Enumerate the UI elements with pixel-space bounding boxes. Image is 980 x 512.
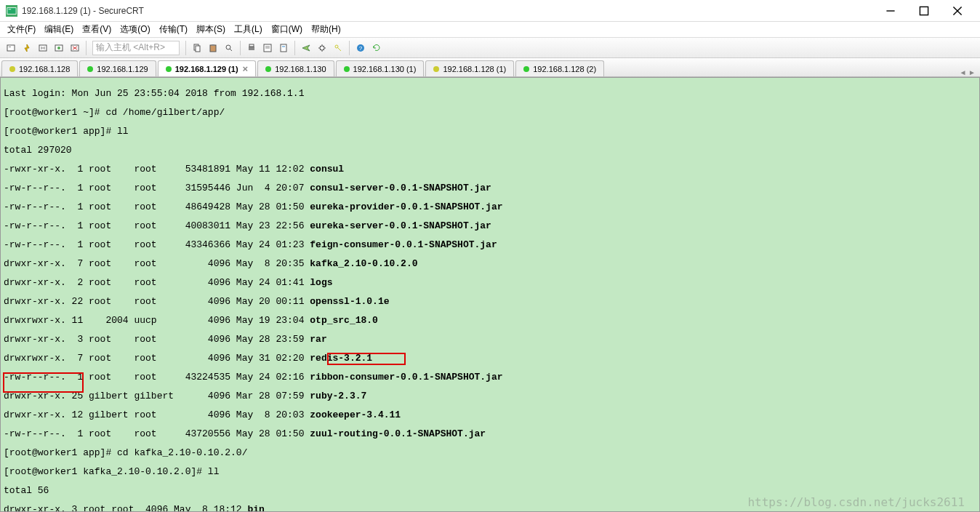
settings-icon[interactable] <box>315 41 329 55</box>
svg-rect-20 <box>249 47 254 50</box>
terminal-output[interactable]: Last login: Mon Jun 25 23:55:04 2018 fro… <box>0 77 980 512</box>
refresh-icon[interactable] <box>369 41 384 55</box>
term-line: -rw-r--r--. 1 root root 43720556 May 28 … <box>4 428 486 439</box>
tab-scroll-arrows[interactable]: ◄ ► <box>956 68 979 76</box>
menu-file[interactable]: 文件(F) <box>4 22 39 37</box>
term-line: [root@worker1 kafka_2.10-0.10.2.0]# ll <box>4 466 219 477</box>
menu-bar: 文件(F) 编辑(E) 查看(V) 选项(O) 传输(T) 脚本(S) 工具(L… <box>0 22 980 38</box>
close-button[interactable] <box>941 0 974 22</box>
term-line: -rw-r--r--. 1 root root 31595446 Jun 4 2… <box>4 183 491 193</box>
svg-rect-21 <box>249 44 254 47</box>
key-icon[interactable] <box>331 41 345 55</box>
toolbar: 输入主机 <Alt+R> ? <box>0 38 980 58</box>
help-icon[interactable]: ? <box>353 41 368 55</box>
menu-tools[interactable]: 工具(L) <box>231 22 265 37</box>
menu-script[interactable]: 脚本(S) <box>193 22 228 37</box>
term-line: drwxrwxr-x. 11 2004 uucp 4096 May 19 23:… <box>4 315 378 326</box>
send-icon[interactable] <box>299 41 313 55</box>
print-icon[interactable] <box>244 41 259 55</box>
term-line: drwxr-xr-x. 3 root root 4096 May 28 23:5… <box>4 334 327 345</box>
session-tab[interactable]: 192.168.1.128 <box>1 60 78 76</box>
svg-rect-15 <box>196 46 200 52</box>
app-icon <box>6 5 17 17</box>
tab-close-icon[interactable]: × <box>243 63 249 74</box>
tab-label: 192.168.1.129 <box>97 65 148 73</box>
tab-label: 192.168.1.129 (1) <box>175 65 238 73</box>
session-tab[interactable]: 192.168.1.128 (2) <box>515 60 604 76</box>
term-line: drwxr-xr-x. 3 root root 4096 May 8 18:12… <box>4 504 265 512</box>
svg-line-19 <box>230 49 232 51</box>
term-line: drwxr-xr-x. 22 root root 4096 May 20 00:… <box>4 296 390 307</box>
term-line: -rw-r--r--. 1 root root 43346366 May 24 … <box>4 239 497 250</box>
term-line: [root@worker1 ~]# cd /home/gilbert/app/ <box>4 107 225 118</box>
svg-point-10 <box>57 47 60 49</box>
term-line: -rwxr-xr-x. 1 root root 53481891 May 11 … <box>4 164 344 175</box>
menu-edit[interactable]: 编辑(E) <box>41 22 76 37</box>
status-dot-icon <box>87 66 93 72</box>
toolbar-separator <box>86 41 87 55</box>
toolbar-separator <box>185 41 186 55</box>
tab-label: 192.168.1.128 <box>19 65 70 73</box>
menu-help[interactable]: 帮助(H) <box>308 22 344 37</box>
session-tab[interactable]: 192.168.1.130 (1) <box>336 60 425 76</box>
host-placeholder: 输入主机 <Alt+R> <box>96 41 165 54</box>
window-title: 192.168.1.129 (1) - SecureCRT <box>22 6 874 16</box>
term-line: drwxr-xr-x. 12 gilbert root 4096 May 8 2… <box>4 409 401 420</box>
toolbar-separator <box>294 41 295 55</box>
session-tab[interactable]: 192.168.1.128 (1) <box>425 60 514 76</box>
svg-rect-16 <box>210 45 216 52</box>
maximize-button[interactable] <box>907 0 941 22</box>
tab-label: 192.168.1.130 (1) <box>353 65 417 73</box>
status-dot-icon <box>265 66 271 72</box>
status-dot-icon <box>9 66 15 72</box>
status-dot-icon <box>344 66 350 72</box>
tab-label: 192.168.1.128 (1) <box>443 65 506 73</box>
term-line: -rw-r--r--. 1 root root 48649428 May 28 … <box>4 201 503 212</box>
term-line: [root@worker1 app]# ll <box>4 126 129 137</box>
reconnect-icon[interactable] <box>36 41 50 55</box>
connect-icon[interactable] <box>4 41 18 55</box>
tab-label: 192.168.1.130 <box>275 65 326 73</box>
menu-options[interactable]: 选项(O) <box>117 22 153 37</box>
new-tab-icon[interactable] <box>52 41 66 55</box>
term-line: -rw-r--r--. 1 root root 40083011 May 23 … <box>4 220 491 231</box>
copy-icon[interactable] <box>190 41 204 55</box>
status-dot-icon <box>433 66 439 72</box>
find-icon[interactable] <box>222 41 236 55</box>
status-dot-icon <box>166 66 172 72</box>
log-icon[interactable] <box>276 41 291 55</box>
toolbar-separator <box>349 41 350 55</box>
quick-connect-icon[interactable] <box>20 41 34 55</box>
menu-transfer[interactable]: 传输(T) <box>156 22 190 37</box>
term-line: drwxr-xr-x. 2 root root 4096 May 24 01:4… <box>4 277 333 288</box>
term-line: Last login: Mon Jun 25 23:55:04 2018 fro… <box>4 88 304 99</box>
properties-icon[interactable] <box>260 41 275 55</box>
term-line: drwxrwxr-x. 7 root root 4096 May 31 02:2… <box>4 353 372 364</box>
status-dot-icon <box>523 66 529 72</box>
minimize-button[interactable] <box>874 0 907 22</box>
svg-rect-1 <box>9 9 12 9</box>
session-tab[interactable]: 192.168.1.130 <box>257 60 334 76</box>
paste-icon[interactable] <box>206 41 220 55</box>
toolbar-separator <box>240 41 241 55</box>
tab-bar: 192.168.1.128 192.168.1.129 192.168.1.12… <box>0 58 980 77</box>
svg-rect-3 <box>920 7 928 15</box>
term-line: [root@worker1 app]# cd kafka_2.10-0.10.2… <box>4 447 247 458</box>
term-line: total 56 <box>4 485 49 496</box>
session-tab[interactable]: 192.168.1.129 <box>79 60 156 76</box>
svg-rect-25 <box>281 44 286 52</box>
term-line: total 297020 <box>4 145 72 156</box>
menu-window[interactable]: 窗口(W) <box>268 22 305 37</box>
title-bar: 192.168.1.129 (1) - SecureCRT <box>0 0 980 22</box>
disconnect-icon[interactable] <box>68 41 82 55</box>
term-line: drwxr-xr-x. 7 root root 4096 May 8 20:35… <box>4 258 418 269</box>
svg-line-29 <box>337 47 341 51</box>
term-line: drwxr-xr-x. 25 gilbert gilbert 4096 Mar … <box>4 391 366 401</box>
term-line: -rw-r--r--. 1 root root 43224535 May 24 … <box>4 372 503 383</box>
session-tab-active[interactable]: 192.168.1.129 (1)× <box>158 60 256 76</box>
svg-rect-17 <box>212 44 214 46</box>
menu-view[interactable]: 查看(V) <box>79 22 114 37</box>
host-input[interactable]: 输入主机 <Alt+R> <box>92 41 180 55</box>
tab-label: 192.168.1.128 (2) <box>533 65 596 73</box>
svg-rect-6 <box>7 45 15 51</box>
